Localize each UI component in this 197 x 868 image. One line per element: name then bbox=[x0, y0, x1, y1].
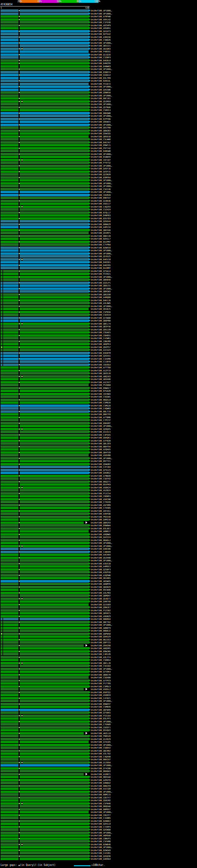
hit-bar[interactable] bbox=[1, 349, 89, 351]
hit-label[interactable]: UniRef100_UP1000… bbox=[91, 12, 112, 15]
hit-label[interactable]: UniRef100_Q5KQK1 bbox=[91, 437, 110, 439]
hit-bar[interactable] bbox=[1, 346, 89, 348]
hit-label[interactable]: UniRef100_Q52HH0 bbox=[91, 557, 110, 559]
hit-bar[interactable] bbox=[1, 220, 89, 222]
hit-bar[interactable] bbox=[1, 30, 89, 32]
hit-label[interactable]: UniRef100_Q9NJE7 bbox=[91, 606, 110, 609]
hit-label[interactable]: UniRef100_B6K2U7 bbox=[91, 758, 110, 761]
hit-bar[interactable] bbox=[1, 475, 89, 477]
hit-bar[interactable] bbox=[1, 179, 89, 181]
hit-label[interactable]: UniRef100_P79732 bbox=[91, 162, 110, 164]
hit-label[interactable]: UniRef100_B2H1L7 bbox=[91, 238, 110, 240]
hit-label[interactable]: UniRef100_C1G0B5 bbox=[91, 817, 110, 819]
hit-bar[interactable] bbox=[1, 717, 89, 720]
hit-label[interactable]: UniRef100_Q9UWI5 bbox=[91, 121, 110, 123]
hit-bar[interactable] bbox=[1, 156, 89, 158]
hit-bar[interactable] bbox=[1, 832, 89, 834]
hit-bar[interactable] bbox=[1, 843, 89, 845]
hit-label[interactable]: UniRef100_Q04TU9 bbox=[91, 452, 110, 454]
hit-bar[interactable] bbox=[1, 838, 89, 840]
hit-label[interactable]: UniRef100_B8C161 bbox=[91, 97, 110, 100]
hit-bar[interactable] bbox=[1, 811, 89, 813]
hit-label[interactable]: UniRef100_A2QHU5 bbox=[91, 448, 110, 451]
hit-bar[interactable] bbox=[1, 393, 89, 395]
hit-label[interactable]: UniRef100_A9QNW5 bbox=[91, 533, 110, 536]
hit-label[interactable]: UniRef100_C5MBV6 bbox=[91, 706, 110, 708]
hit-label[interactable]: UniRef100_P40591 bbox=[91, 51, 110, 53]
hit-label[interactable]: UniRef100_B3MFR4 bbox=[91, 177, 110, 179]
hit-label[interactable]: UniRef100_Q91BJ5 bbox=[91, 308, 110, 310]
hit-label[interactable]: UniRef100_B9HSM7 bbox=[91, 422, 110, 425]
hit-label[interactable]: UniRef100_B2TG42 bbox=[91, 33, 110, 35]
hit-bar[interactable] bbox=[1, 814, 89, 816]
hit-bar[interactable] bbox=[1, 293, 89, 296]
hit-bar[interactable] bbox=[1, 132, 89, 134]
hit-bar[interactable] bbox=[1, 308, 89, 310]
hit-label[interactable]: UniRef100_UP1000… bbox=[91, 179, 112, 182]
hit-bar[interactable] bbox=[1, 153, 89, 155]
hit-label[interactable]: UniRef100_Q2GWQ8 bbox=[91, 829, 110, 831]
hit-bar[interactable] bbox=[1, 115, 89, 117]
hit-bar[interactable] bbox=[1, 167, 89, 170]
hit-bar[interactable] bbox=[1, 785, 89, 787]
hit-bar[interactable] bbox=[1, 820, 89, 822]
hit-bar[interactable] bbox=[1, 477, 89, 480]
hit-label[interactable]: UniRef100_C4JW61 bbox=[91, 337, 110, 340]
hit-label[interactable]: UniRef100_UP1000… bbox=[91, 185, 112, 188]
hit-label[interactable]: UniRef100_A6SHH6 bbox=[91, 378, 110, 380]
hit-bar[interactable] bbox=[1, 258, 89, 260]
hit-bar[interactable] bbox=[1, 124, 89, 126]
hit-bar[interactable] bbox=[1, 665, 89, 667]
hit-label[interactable]: UniRef100_B4BGW0 bbox=[91, 150, 110, 152]
hit-label[interactable]: UniRef100_B7QL17 bbox=[91, 212, 110, 214]
hit-bar[interactable] bbox=[1, 600, 89, 602]
hit-label[interactable]: UniRef100_UP1000… bbox=[91, 252, 112, 255]
hit-label[interactable]: UniRef100_O61065 bbox=[91, 577, 110, 580]
hit-label[interactable]: UniRef100_A6ZLL0 bbox=[91, 732, 110, 735]
hit-label[interactable]: UniRef100_A9SB91 bbox=[91, 27, 110, 30]
hit-bar[interactable] bbox=[1, 507, 89, 509]
hit-label[interactable]: UniRef100_A4HFQ6 bbox=[91, 513, 110, 515]
hit-bar[interactable] bbox=[1, 261, 89, 263]
hit-label[interactable]: UniRef100_C7PC37 bbox=[91, 419, 110, 422]
hit-label[interactable]: UniRef100_Q54D71 bbox=[91, 598, 110, 600]
hit-bar[interactable] bbox=[1, 212, 89, 214]
hit-bar[interactable] bbox=[1, 703, 89, 705]
hit-bar[interactable] bbox=[1, 381, 89, 383]
hit-label[interactable]: UniRef100_C5DNS4 bbox=[91, 659, 110, 661]
hit-label[interactable]: UniRef100_UP1000… bbox=[91, 832, 112, 834]
hit-bar[interactable] bbox=[1, 378, 89, 380]
hit-label[interactable]: UniRef100_Q6KB48 bbox=[91, 279, 110, 281]
hit-label[interactable]: UniRef100_P21672 bbox=[91, 83, 110, 85]
hit-label[interactable]: UniRef100_UP1000… bbox=[91, 457, 112, 460]
hit-bar[interactable] bbox=[1, 808, 89, 810]
hit-bar[interactable] bbox=[1, 603, 89, 606]
hit-label[interactable]: UniRef100_C4Y8Z1 bbox=[91, 697, 110, 700]
hit-label[interactable]: UniRef100_B6KQW0 bbox=[91, 112, 110, 115]
hit-label[interactable]: UniRef100_B3L8E1 bbox=[91, 527, 110, 530]
hit-bar[interactable] bbox=[1, 480, 89, 483]
hit-label[interactable]: UniRef100_B4D395 bbox=[91, 264, 110, 267]
hit-label[interactable]: UniRef100_B8NJF0 bbox=[91, 785, 110, 787]
hit-label[interactable]: UniRef100_A7TT68 bbox=[91, 366, 110, 369]
hit-label[interactable]: UniRef100_A3LYY4 bbox=[91, 656, 110, 659]
hit-label[interactable]: UniRef100_A4RQD0 bbox=[91, 296, 110, 299]
hit-bar[interactable] bbox=[1, 609, 89, 612]
hit-label[interactable]: UniRef100_C7XUV8 bbox=[91, 501, 110, 503]
hit-bar[interactable] bbox=[1, 249, 89, 252]
hit-bar[interactable] bbox=[1, 741, 89, 743]
hit-bar[interactable] bbox=[1, 130, 89, 132]
hit-bar[interactable] bbox=[1, 323, 89, 325]
hit-label[interactable]: UniRef100_Q95JZ0 bbox=[91, 329, 110, 331]
hit-bar[interactable] bbox=[1, 448, 89, 451]
hit-bar[interactable] bbox=[1, 91, 89, 94]
hit-label[interactable]: UniRef100_B3EBTM bbox=[91, 352, 110, 354]
hit-bar[interactable] bbox=[1, 238, 89, 240]
hit-label[interactable]: UniRef100_Q65Z21 bbox=[91, 45, 110, 47]
hit-label[interactable]: UniRef100_A7TBM6 bbox=[91, 416, 110, 419]
hit-bar[interactable] bbox=[1, 159, 89, 161]
hit-bar[interactable] bbox=[1, 487, 89, 489]
hit-bar[interactable] bbox=[1, 407, 89, 409]
hit-bar[interactable] bbox=[1, 12, 89, 15]
hit-label[interactable]: UniRef100_B4G8L0 bbox=[91, 59, 110, 62]
